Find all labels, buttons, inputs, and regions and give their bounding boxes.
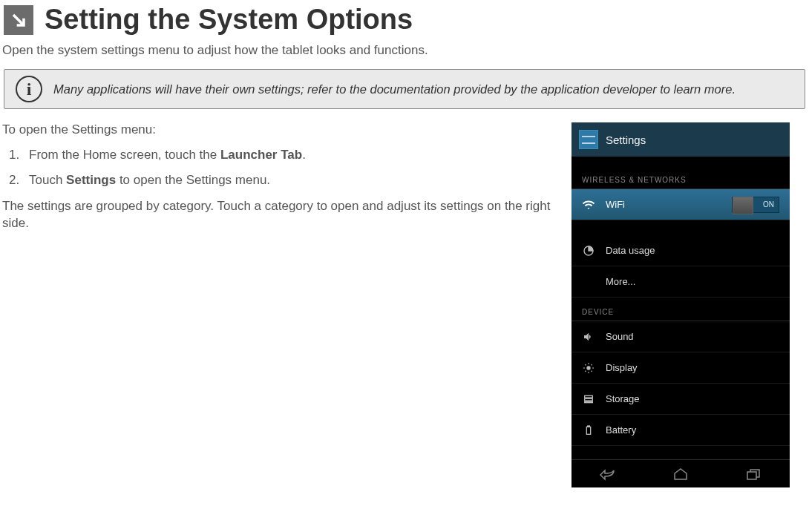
- setting-row-storage[interactable]: Storage: [571, 384, 790, 415]
- section-device: DEVICE: [571, 298, 790, 321]
- svg-rect-2: [585, 395, 593, 398]
- spacer: [571, 220, 790, 235]
- wifi-icon: [582, 198, 595, 211]
- section-wireless-networks: WIRELESS & NETWORKS: [571, 157, 790, 189]
- storage-icon: [582, 393, 595, 406]
- svg-rect-5: [586, 427, 590, 434]
- arrow-down-right-icon: [4, 5, 33, 35]
- display-label: Display: [606, 362, 638, 373]
- info-callout: i Many applications will have their own …: [4, 69, 805, 109]
- settings-app-header: Settings: [571, 122, 790, 157]
- setting-row-wifi[interactable]: WiFi ON: [571, 189, 790, 220]
- sound-icon: [582, 330, 595, 344]
- setting-row-sound[interactable]: Sound: [571, 321, 790, 352]
- battery-label: Battery: [606, 424, 636, 436]
- svg-point-1: [586, 366, 590, 370]
- step-1: From the Home screen, touch the Launcher…: [23, 148, 571, 162]
- display-icon: [582, 361, 595, 375]
- home-icon[interactable]: [672, 467, 690, 482]
- info-icon: i: [16, 76, 42, 102]
- svg-rect-4: [585, 401, 593, 402]
- step-2-pre: Touch: [29, 173, 66, 187]
- settings-app-title: Settings: [606, 134, 646, 146]
- setting-row-more[interactable]: More...: [571, 266, 790, 298]
- sound-label: Sound: [606, 331, 634, 342]
- step-1-bold: Launcher Tab: [220, 148, 302, 162]
- step-1-pre: From the Home screen, touch the: [29, 148, 220, 162]
- android-navbar: [571, 459, 790, 487]
- storage-label: Storage: [606, 393, 640, 404]
- setting-row-display[interactable]: Display: [571, 352, 790, 384]
- svg-rect-3: [585, 398, 593, 401]
- data-usage-label: Data usage: [606, 245, 655, 256]
- intro-text: Open the system settings menu to adjust …: [0, 36, 809, 65]
- recent-apps-icon[interactable]: [744, 467, 762, 482]
- tablet-screenshot: Settings WIRELESS & NETWORKS WiFi ON Dat…: [571, 122, 790, 487]
- wifi-label: WiFi: [606, 199, 625, 210]
- post-steps-text: The settings are grouped by category. To…: [2, 198, 571, 232]
- wifi-toggle-label: ON: [763, 200, 774, 208]
- settings-sliders-icon: [579, 130, 598, 149]
- svg-rect-7: [747, 472, 756, 479]
- data-usage-icon: [582, 244, 595, 257]
- setting-row-battery[interactable]: Battery: [571, 415, 790, 446]
- step-2-post: to open the Settings menu.: [116, 173, 270, 187]
- wifi-toggle[interactable]: ON: [732, 197, 779, 213]
- svg-rect-6: [588, 426, 590, 427]
- back-icon[interactable]: [599, 467, 617, 482]
- setting-row-data-usage[interactable]: Data usage: [571, 235, 790, 266]
- step-2-bold: Settings: [66, 173, 116, 187]
- step-1-post: .: [302, 148, 306, 162]
- info-text: Many applications will have their own se…: [53, 82, 736, 96]
- step-2: Touch Settings to open the Settings menu…: [23, 173, 571, 188]
- battery-icon: [582, 424, 595, 437]
- page-title: Setting the System Options: [45, 4, 413, 36]
- more-label: More...: [606, 276, 635, 287]
- steps-heading: To open the Settings menu:: [2, 122, 571, 137]
